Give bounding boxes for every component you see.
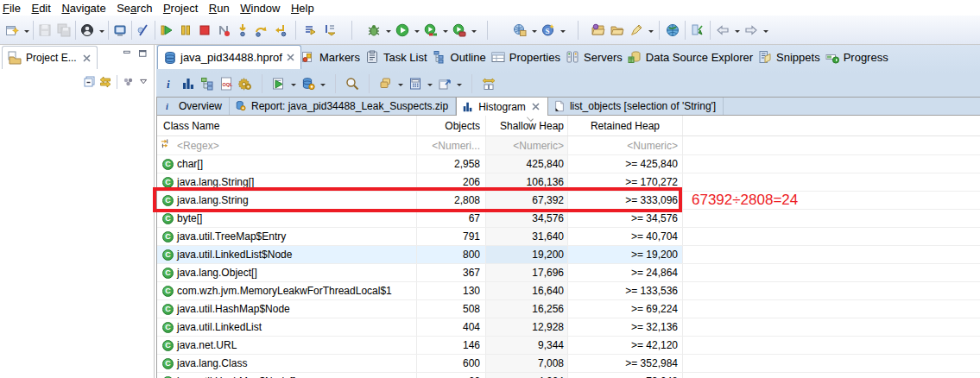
show-console-output-button[interactable] (302, 22, 319, 39)
tab-project-explorer[interactable]: Project E... (2, 46, 98, 69)
view-tab-snippets[interactable]: Snippets (756, 46, 823, 68)
table-row-comwzhjvmMemoryLeakwForThreadLocal1[interactable]: Ccom.wzh.jvm.MemoryLeakwForThreadLocal$1… (157, 282, 980, 300)
view-tab-task-list[interactable]: Task List (363, 46, 430, 68)
editor-tab-report[interactable]: Report: java_pid34488_Leak_Suspects.zip (230, 98, 456, 115)
user-account-dropdown[interactable] (97, 22, 106, 39)
save-all-button[interactable] (55, 22, 73, 39)
view-tab-outline[interactable]: Outline (430, 46, 489, 68)
run-last-tool-button[interactable] (321, 22, 338, 39)
view-menu-button[interactable] (121, 73, 136, 91)
mat-group-dropdown[interactable] (395, 75, 406, 92)
new-wizard-button[interactable] (3, 22, 21, 39)
close-icon[interactable] (286, 53, 295, 62)
view-tab-progress[interactable]: Progress (823, 46, 891, 68)
new-webservice-button[interactable] (511, 22, 528, 39)
profile-dropdown[interactable] (469, 22, 478, 39)
menu-file[interactable]: File (3, 2, 21, 15)
save-button[interactable] (36, 22, 54, 39)
run-button[interactable] (394, 22, 411, 39)
mat-heap-dump-dropdown[interactable] (318, 75, 328, 92)
menu-run[interactable]: Run (209, 2, 230, 15)
forward-dropdown[interactable] (761, 22, 770, 39)
mat-info-button[interactable]: i (161, 75, 178, 92)
step-into-button[interactable] (234, 22, 251, 39)
view-tab-servers[interactable]: Servers (563, 46, 625, 68)
mat-histogram-button[interactable] (180, 75, 197, 92)
table-row-char[interactable]: Cchar[]2,958425,840>= 425,840 (157, 155, 980, 173)
disconnect-button[interactable] (215, 22, 232, 39)
mat-run-query-button[interactable] (270, 75, 288, 92)
skip-breakpoints-button[interactable] (135, 22, 152, 39)
table-row-byte[interactable]: Cbyte[]6734,576>= 34,576 (157, 210, 980, 228)
step-return-button[interactable] (272, 22, 289, 39)
filter-regex[interactable]: <Regex> (157, 136, 417, 154)
open-folder-button[interactable] (609, 22, 626, 39)
mat-export-button[interactable] (436, 75, 453, 92)
back-dropdown[interactable] (732, 22, 742, 39)
import-folder-button[interactable] (590, 22, 607, 39)
debug-dropdown[interactable] (383, 22, 393, 39)
mat-thread-overview-button[interactable] (237, 75, 254, 92)
table-row-javalangClass[interactable]: Cjava.lang.Class6007,008>= 352,984 (157, 355, 980, 373)
mat-calculator-button[interactable] (407, 75, 424, 92)
new-webservice-dropdown[interactable] (529, 22, 539, 39)
column-header-retained-heap[interactable]: Retained Heap (568, 116, 683, 135)
webservice-button[interactable]: S (540, 22, 557, 39)
profile-button[interactable] (451, 22, 468, 39)
web-browser-button[interactable] (664, 22, 681, 39)
table-row-javautilLinkedList[interactable]: Cjava.util.LinkedList40412,928>= 32,136 (157, 318, 980, 337)
tab-heap-dump-editor[interactable]: java_pid34488.hprof (157, 45, 301, 69)
back-button[interactable] (714, 22, 731, 39)
menu-help[interactable]: Help (291, 2, 314, 15)
mat-export-dropdown[interactable] (454, 75, 465, 92)
mat-group-button[interactable] (377, 75, 395, 92)
mat-calculator-dropdown[interactable] (425, 75, 435, 92)
collapse-all-button[interactable] (82, 73, 98, 91)
resume-button[interactable] (158, 22, 175, 39)
mat-dominator-tree-button[interactable] (199, 75, 216, 92)
highlighter-dropdown[interactable] (646, 22, 655, 39)
mat-search-button[interactable] (344, 75, 361, 92)
console-button[interactable] (111, 22, 129, 39)
run-coverage-button[interactable] (422, 22, 439, 39)
menu-navigate[interactable]: Navigate (61, 2, 105, 15)
link-with-editor-button[interactable] (98, 73, 113, 91)
forward-button[interactable] (743, 22, 760, 39)
view-tab-data-source-explorer[interactable]: Data Source Explorer (625, 46, 756, 68)
new-wizard-dropdown[interactable] (22, 22, 31, 39)
filter-numeric-3[interactable]: <Numeric> (568, 136, 683, 154)
table-row-javautilTreeMapEntry[interactable]: Cjava.util.TreeMap$Entry79131,640>= 40,7… (157, 228, 980, 246)
editor-tab-list_objects[interactable]: list_objects [selection of 'String'] (548, 98, 724, 115)
mat-run-query-dropdown[interactable] (288, 75, 299, 92)
column-header-objects[interactable]: Objects (417, 116, 486, 135)
menu-arrow-button[interactable] (136, 73, 152, 91)
webservice-dropdown[interactable] (558, 22, 567, 39)
editor-tab-overview[interactable]: iOverview (157, 98, 230, 115)
menu-window[interactable]: Window (240, 2, 280, 15)
table-row-javautilLinkedListNode[interactable]: Cjava.util.LinkedList$Node80019,200>= 19… (157, 246, 980, 264)
table-row-javautilHashMapNode[interactable]: Cjava.util.HashMap$Node[]664,224>= 73,04… (157, 373, 980, 378)
view-tab-markers[interactable]: Markers (299, 46, 363, 68)
menu-edit[interactable]: Edit (31, 2, 50, 15)
close-icon[interactable] (82, 54, 92, 63)
table-row-javalangObject[interactable]: Cjava.lang.Object[]36717,696>= 24,864 (157, 264, 980, 282)
menu-project[interactable]: Project (163, 2, 198, 15)
table-row-javautilHashMapNode[interactable]: Cjava.util.HashMap$Node50816,256>= 69,22… (157, 300, 980, 318)
view-tab-properties[interactable]: Properties (489, 46, 563, 68)
stop-button[interactable] (196, 22, 213, 39)
table-row-javanetURL[interactable]: Cjava.net.URL1469,344>= 42,120 (157, 337, 980, 355)
editor-tab-histogram[interactable]: Histogram (456, 98, 548, 116)
highlighter-button[interactable] (628, 22, 645, 39)
user-account-button[interactable] (79, 22, 96, 39)
menu-search[interactable]: Search (117, 2, 152, 15)
mat-heap-dump-button[interactable] (300, 75, 317, 92)
close-icon[interactable] (531, 102, 541, 111)
mat-oql-button[interactable]: OQL (218, 75, 235, 92)
next-annotation-button[interactable] (689, 22, 706, 39)
maximize-button[interactable] (138, 49, 149, 59)
filter-numeric-2[interactable]: <Numeric> (486, 136, 568, 154)
mat-compare-button[interactable] (480, 75, 497, 92)
column-header-class-name[interactable]: Class Name (157, 116, 417, 135)
debug-button[interactable] (365, 22, 383, 39)
step-over-button[interactable] (253, 22, 270, 39)
